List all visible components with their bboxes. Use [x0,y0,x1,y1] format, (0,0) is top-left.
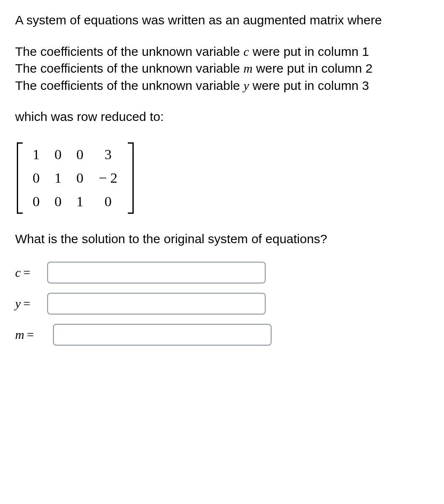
col2-post: were put in column 2 [253,61,373,75]
answer-section: c= y= m= [15,262,429,346]
answer-row-y: y= [15,293,429,315]
answer-input-c[interactable] [47,262,266,284]
matrix-cell: 1 [53,170,63,186]
answer-var-y: y [15,297,21,310]
col2-pre: The coefficients of the unknown variable [15,61,243,75]
var-m: m [243,61,253,75]
matrix-cell: 0 [75,170,85,186]
matrix-cell: 0 [53,147,63,163]
matrix-cell: 0 [75,147,85,163]
answer-input-y[interactable] [47,293,266,315]
col1-pre: The coefficients of the unknown variable [15,45,243,58]
equals-sign: = [23,265,30,279]
column-line-3: The coefficients of the unknown variable… [15,77,429,94]
matrix-right-bracket-icon [127,142,134,214]
col3-pre: The coefficients of the unknown variable [15,79,243,92]
col1-post: were put in column 1 [249,45,369,58]
equals-sign: = [27,328,34,341]
column-mapping: The coefficients of the unknown variable… [15,43,429,94]
matrix-cell: 0 [31,194,41,210]
matrix-cell: 0 [97,194,119,210]
answer-label-y: y= [15,297,47,311]
col3-post: were put in column 3 [249,79,369,92]
reduced-label: which was row reduced to: [15,108,429,126]
matrix-left-bracket-icon [17,142,24,214]
matrix-cell: 0 [53,194,63,210]
answer-label-m: m= [15,328,53,342]
matrix-cell: 3 [97,147,119,163]
answer-label-c: c= [15,265,47,280]
matrix-cell: − 2 [97,170,119,186]
intro-text: A system of equations was written as an … [15,12,429,29]
matrix-cell: 1 [75,194,85,210]
question-text: What is the solution to the original sys… [15,231,429,248]
answer-row-m: m= [15,324,429,346]
matrix-grid: 1 0 0 3 0 1 0 − 2 0 0 1 0 [24,142,127,214]
answer-input-m[interactable] [53,324,272,346]
column-line-2: The coefficients of the unknown variable… [15,60,429,77]
var-y: y [243,79,249,92]
answer-row-c: c= [15,262,429,284]
answer-var-c: c [15,265,21,279]
equals-sign: = [23,297,30,310]
answer-var-m: m [15,328,24,341]
matrix-cell: 0 [31,170,41,186]
matrix-cell: 1 [31,147,41,163]
var-c: c [243,45,249,58]
augmented-matrix: 1 0 0 3 0 1 0 − 2 0 0 1 0 [17,142,134,214]
column-line-1: The coefficients of the unknown variable… [15,43,429,60]
